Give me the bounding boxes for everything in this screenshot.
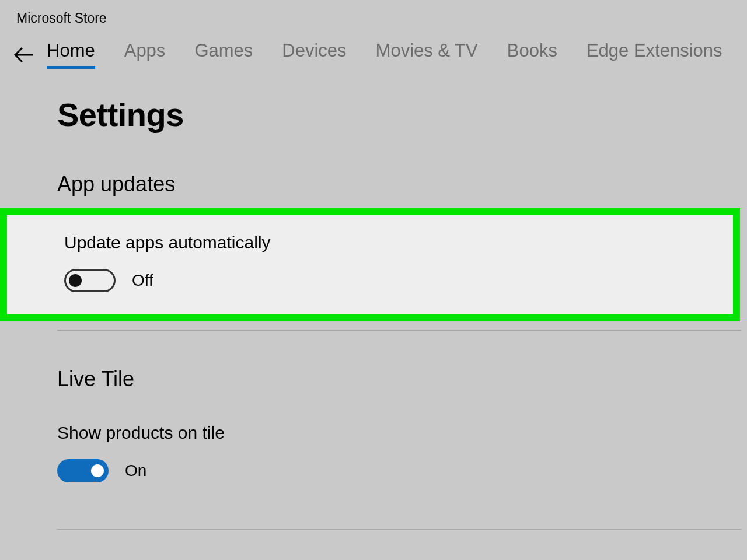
toggle-state-update-apps: Off [132, 271, 153, 290]
toggle-knob-icon [91, 464, 104, 477]
toggle-show-products-on-tile[interactable] [57, 459, 109, 482]
toggle-state-show-products: On [125, 461, 146, 480]
tab-apps[interactable]: Apps [124, 40, 166, 66]
toggle-knob-icon [69, 274, 82, 287]
section-heading-app-updates: App updates [57, 172, 747, 197]
toggle-row-show-products: On [57, 459, 747, 482]
highlighted-setting-app-updates: Update apps automatically Off [0, 208, 740, 321]
toggle-update-apps-automatically[interactable] [64, 269, 116, 292]
section-divider [57, 330, 741, 331]
nav-bar: Home Apps Games Devices Movies & TV Book… [0, 34, 747, 83]
tab-games[interactable]: Games [194, 40, 253, 66]
nav-tabs: Home Apps Games Devices Movies & TV Book… [47, 40, 722, 69]
tab-home[interactable]: Home [47, 40, 95, 69]
back-button[interactable] [0, 46, 47, 64]
page-title: Settings [57, 96, 747, 134]
section-live-tile: Live Tile Show products on tile On [57, 367, 747, 482]
back-arrow-icon [13, 46, 34, 64]
section-divider [57, 529, 741, 530]
tab-devices[interactable]: Devices [282, 40, 346, 66]
tab-movies-tv[interactable]: Movies & TV [376, 40, 478, 66]
tab-edge-extensions[interactable]: Edge Extensions [587, 40, 722, 66]
settings-content: Settings App updates Update apps automat… [0, 96, 747, 530]
tab-books[interactable]: Books [507, 40, 557, 66]
window-title: Microsoft Store [0, 0, 747, 34]
setting-label-update-apps: Update apps automatically [64, 233, 733, 253]
setting-label-show-products: Show products on tile [57, 423, 747, 443]
toggle-row-update-apps: Off [64, 269, 733, 292]
section-heading-live-tile: Live Tile [57, 367, 747, 391]
